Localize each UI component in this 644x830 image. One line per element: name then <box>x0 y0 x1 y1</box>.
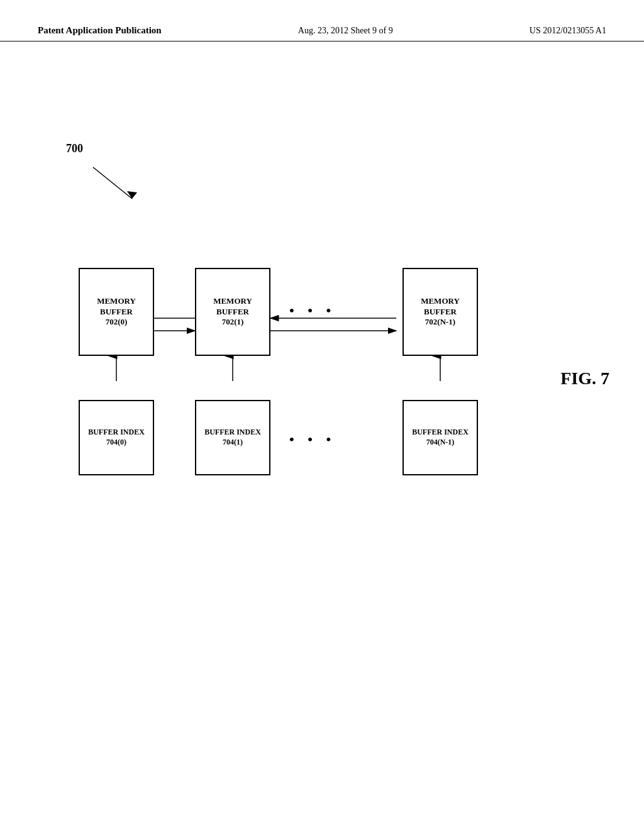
bi0-line2: 704(0) <box>106 438 126 448</box>
bi1-line2: 704(1) <box>223 438 243 448</box>
figure-number-label: 700 <box>66 142 83 155</box>
memory-buffer-1: MEMORY BUFFER 702(1) <box>195 268 270 356</box>
memory-buffer-dots: • • • <box>289 302 336 319</box>
mbn-line1: MEMORY <box>421 296 460 307</box>
svg-line-0 <box>93 167 132 199</box>
memory-buffer-n: MEMORY BUFFER 702(N-1) <box>402 268 478 356</box>
buffer-index-1: BUFFER INDEX 704(1) <box>195 400 270 475</box>
mb1-line2: BUFFER <box>216 307 249 318</box>
mb0-line2: BUFFER <box>100 307 133 318</box>
date-sheet-label: Aug. 23, 2012 Sheet 9 of 9 <box>298 26 393 36</box>
mb1-line3: 702(1) <box>222 317 244 328</box>
mb0-line3: 702(0) <box>106 317 128 328</box>
mbn-line2: BUFFER <box>424 307 457 318</box>
mbn-line3: 702(N-1) <box>425 317 455 328</box>
diagram-area: 700 MEMORY BUFFER 702(0) MEMORY BUFFER 7… <box>0 42 644 821</box>
buffer-index-n: BUFFER INDEX 704(N-1) <box>402 400 478 475</box>
buffer-index-0: BUFFER INDEX 704(0) <box>79 400 154 475</box>
publication-label: Patent Application Publication <box>38 25 162 36</box>
bi0-line1: BUFFER INDEX <box>88 428 145 438</box>
bin-line1: BUFFER INDEX <box>412 428 469 438</box>
patent-number-label: US 2012/0213055 A1 <box>530 26 606 36</box>
buffer-index-dots: • • • <box>289 431 336 448</box>
memory-buffer-0: MEMORY BUFFER 702(0) <box>79 268 154 356</box>
bin-line2: 704(N-1) <box>426 438 455 448</box>
page-header: Patent Application Publication Aug. 23, … <box>0 0 644 42</box>
mb0-line1: MEMORY <box>97 296 136 307</box>
fig7-label: FIG. 7 <box>560 368 609 389</box>
svg-marker-1 <box>127 191 137 199</box>
mb1-line1: MEMORY <box>213 296 252 307</box>
bi1-line1: BUFFER INDEX <box>204 428 261 438</box>
